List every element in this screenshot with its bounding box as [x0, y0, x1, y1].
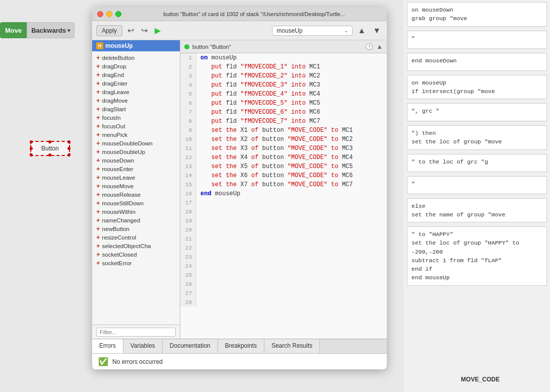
code-line: 9 set the X1 of button "MOVE_CODE" to MC…: [180, 126, 387, 135]
handler-item[interactable]: +socketError: [92, 259, 180, 267]
handler-item[interactable]: +dragLeave: [92, 88, 180, 96]
minimize-button[interactable]: [106, 11, 112, 17]
code-snippet-4: ", grc ": [407, 103, 547, 121]
line-number: 4: [180, 81, 196, 90]
code-line: 1on mouseUp: [180, 53, 387, 62]
code-line: 4 put fld "fMOVECODE_3" into MC3: [180, 81, 387, 90]
handler-item[interactable]: +mouseDown: [92, 156, 180, 165]
line-content[interactable]: put fld "fMOVECODE_4" into MC4: [196, 90, 320, 99]
handler-item-label: dragDrop: [102, 63, 126, 69]
handler-item[interactable]: +mouseDoubleDown: [92, 139, 180, 147]
handler-item[interactable]: +focusOut: [92, 122, 180, 130]
line-content[interactable]: on mouseUp: [196, 53, 237, 62]
code-snippet-9: " to "HAPPY" set the loc of group "HAPPY…: [407, 226, 547, 286]
handle-tr: [67, 140, 71, 143]
object-bar: button "Button" 🕐 ▲: [180, 40, 387, 53]
line-content[interactable]: set the X6 of button "MOVE_CODE" to MC6: [196, 171, 353, 180]
run-button[interactable]: ▶: [153, 25, 163, 36]
code-editor[interactable]: 1on mouseUp2 put fld "fMOVECODE_1" into …: [180, 53, 387, 339]
handler-item[interactable]: +selectedObjectCha: [92, 242, 180, 250]
clock-icon[interactable]: 🕐: [365, 43, 373, 50]
handler-item[interactable]: +mouseEnter: [92, 165, 180, 173]
chevron-up-icon[interactable]: ▲: [376, 43, 383, 50]
title-bar: button "Button" of card id 1002 of stack…: [92, 7, 387, 21]
code-line: 5 put fld "fMOVECODE_4" into MC4: [180, 90, 387, 99]
selector-down-icon[interactable]: ▼: [371, 25, 383, 36]
line-number: 3: [180, 71, 196, 81]
line-number: 24: [180, 262, 196, 271]
code-snippet-6: " to the loc of grc "g: [407, 154, 547, 172]
plus-icon: +: [96, 260, 100, 266]
apply-button[interactable]: Apply: [96, 25, 122, 36]
tab-breakpoints[interactable]: Breakpoints: [218, 339, 264, 353]
filter-area: [92, 325, 180, 339]
handler-item[interactable]: +mouseDoubleUp: [92, 147, 180, 156]
handler-item[interactable]: +resizeControl: [92, 233, 180, 242]
line-number: 5: [180, 90, 196, 99]
redo-button[interactable]: ↪: [139, 25, 150, 36]
chevron-down-icon: ⌄: [344, 28, 348, 33]
line-number: 18: [180, 207, 196, 216]
line-content[interactable]: put fld "fMOVECODE_6" into MC6: [196, 108, 320, 117]
line-content[interactable]: end mouseUp: [196, 189, 240, 198]
handle-mr: [67, 147, 71, 150]
code-snippet-8: else set the name of group "move: [407, 198, 547, 223]
code-line: 3 put fld "fMOVECODE_2" into MC2: [180, 71, 387, 81]
handler-item-label: resizeControl: [102, 234, 136, 241]
line-content[interactable]: set the X7 of button "MOVE_CODE" to MC7: [196, 180, 353, 189]
tab-variables[interactable]: Variables: [123, 339, 163, 353]
handler-item[interactable]: +mouseWithin: [92, 207, 180, 216]
handler-item[interactable]: +deleteButton: [92, 53, 180, 62]
line-content[interactable]: set the X1 of button "MOVE_CODE" to MC1: [196, 126, 353, 135]
tab-documentation[interactable]: Documentation: [163, 339, 218, 353]
handler-item[interactable]: +menuPick: [92, 130, 180, 139]
handler-item[interactable]: +mouseStillDown: [92, 199, 180, 207]
line-content[interactable]: set the X5 of button "MOVE_CODE" to MC5: [196, 162, 353, 171]
handler-list[interactable]: +deleteButton+dragDrop+dragEnd+dragEnter…: [92, 51, 180, 325]
line-content[interactable]: put fld "fMOVECODE_7" into MC7: [196, 117, 320, 126]
handler-item[interactable]: +mouseMove: [92, 182, 180, 190]
handler-item[interactable]: +dragEnter: [92, 79, 180, 88]
handler-item[interactable]: +dragMove: [92, 96, 180, 105]
handler-item-label: newButton: [102, 226, 129, 232]
code-line: 10 set the X2 of button "MOVE_CODE" to M…: [180, 135, 387, 144]
line-content[interactable]: set the X3 of button "MOVE_CODE" to MC3: [196, 144, 353, 153]
handler-item[interactable]: +mouseRelease: [92, 190, 180, 199]
tab-errors[interactable]: Errors: [92, 339, 123, 353]
code-line: 7 put fld "fMOVECODE_6" into MC6: [180, 108, 387, 117]
code-snippet-5: ") then set the loc of group "move: [407, 125, 547, 150]
handler-item-label: mouseLeave: [102, 175, 135, 181]
handler-selector[interactable]: mouseUp ⌄: [272, 26, 353, 36]
line-number: 19: [180, 216, 196, 225]
handler-item[interactable]: +dragDrop: [92, 62, 180, 70]
close-button[interactable]: [97, 11, 103, 17]
code-line: 12 set the X4 of button "MOVE_CODE" to M…: [180, 153, 387, 162]
line-content[interactable]: put fld "fMOVECODE_1" into MC1: [196, 62, 320, 71]
tab-search-results[interactable]: Search Results: [264, 339, 320, 353]
undo-button[interactable]: ↩: [125, 25, 136, 36]
line-content[interactable]: put fld "fMOVECODE_3" into MC3: [196, 81, 320, 90]
maximize-button[interactable]: [115, 11, 121, 17]
selector-up-icon[interactable]: ▲: [356, 25, 368, 36]
filter-input[interactable]: [96, 328, 176, 337]
move-backwards-button[interactable]: Move Backwards ▾: [0, 22, 75, 38]
line-content[interactable]: put fld "fMOVECODE_5" into MC5: [196, 99, 320, 108]
code-line: 11 set the X3 of button "MOVE_CODE" to M…: [180, 144, 387, 153]
line-content[interactable]: put fld "fMOVECODE_2" into MC2: [196, 71, 320, 81]
handler-item[interactable]: +newButton: [92, 224, 180, 233]
code-line: 16end mouseUp: [180, 189, 387, 198]
handler-item[interactable]: +focusIn: [92, 113, 180, 122]
plus-icon: +: [96, 89, 100, 95]
code-line: 19: [180, 216, 387, 225]
code-line: 24: [180, 262, 387, 271]
handler-item[interactable]: +nameChanged: [92, 216, 180, 224]
plus-icon: +: [96, 243, 100, 249]
line-content[interactable]: set the X2 of button "MOVE_CODE" to MC2: [196, 135, 353, 144]
handler-item[interactable]: +dragEnd: [92, 70, 180, 79]
handler-item[interactable]: +mouseLeave: [92, 173, 180, 182]
handler-item[interactable]: +dragStart: [92, 105, 180, 113]
handler-item[interactable]: +socketClosed: [92, 250, 180, 259]
line-number: 28: [180, 298, 196, 307]
line-content[interactable]: set the X4 of button "MOVE_CODE" to MC4: [196, 153, 353, 162]
object-status-dot: [184, 44, 189, 49]
